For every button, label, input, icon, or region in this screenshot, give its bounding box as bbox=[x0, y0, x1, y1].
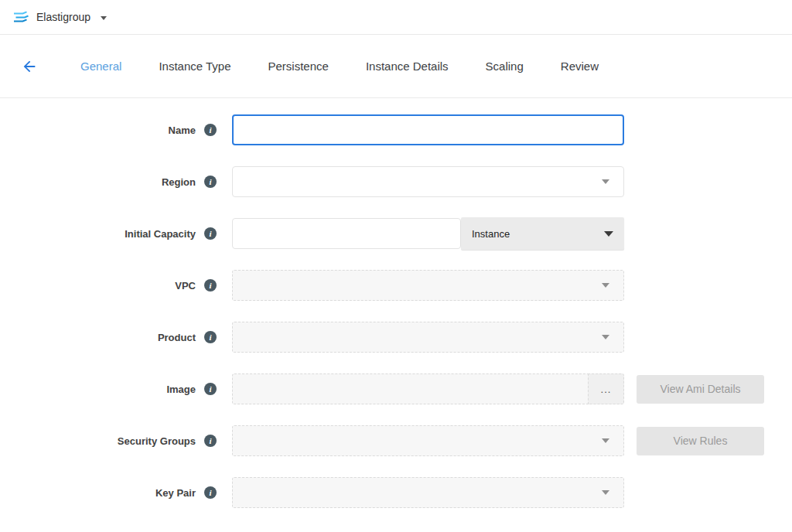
form-row-vpc: VPC i bbox=[0, 270, 792, 301]
brand-name[interactable]: Elastigroup bbox=[36, 11, 90, 23]
image-info-icon[interactable]: i bbox=[204, 383, 217, 395]
security-groups-info-icon[interactable]: i bbox=[204, 435, 217, 447]
image-label: Image bbox=[166, 384, 196, 395]
security-groups-select bbox=[232, 425, 624, 456]
form-row-key-pair: Key Pair i bbox=[0, 477, 792, 508]
image-input bbox=[232, 373, 588, 404]
vpc-label: VPC bbox=[175, 280, 196, 292]
tab-review[interactable]: Review bbox=[542, 52, 617, 80]
initial-capacity-info-icon[interactable]: i bbox=[204, 227, 217, 240]
product-info-icon[interactable]: i bbox=[204, 331, 217, 343]
wizard-nav: General Instance Type Persistence Instan… bbox=[0, 35, 792, 98]
view-ami-details-button[interactable]: View Ami Details bbox=[637, 375, 764, 404]
tab-general[interactable]: General bbox=[62, 52, 140, 80]
key-pair-info-icon[interactable]: i bbox=[204, 486, 217, 499]
top-bar: Elastigroup bbox=[0, 0, 792, 35]
image-browse-button[interactable]: ... bbox=[588, 373, 624, 404]
name-input[interactable] bbox=[232, 114, 624, 145]
form-row-product: Product i bbox=[0, 322, 792, 353]
region-select[interactable] bbox=[232, 166, 624, 197]
tab-instance-type[interactable]: Instance Type bbox=[140, 52, 249, 80]
elastigroup-logo-icon bbox=[12, 11, 29, 24]
capacity-unit-select[interactable]: Instance bbox=[461, 217, 624, 250]
region-label: Region bbox=[162, 176, 196, 188]
vpc-chevron-down-icon bbox=[602, 283, 609, 288]
security-groups-chevron-down-icon bbox=[602, 438, 609, 443]
form-row-name: Name i bbox=[0, 114, 792, 145]
tab-persistence[interactable]: Persistence bbox=[250, 52, 347, 80]
form-row-image: Image i ... View Ami Details bbox=[0, 373, 792, 404]
product-select bbox=[232, 322, 624, 353]
key-pair-select bbox=[232, 477, 624, 508]
security-groups-label: Security Groups bbox=[118, 435, 196, 447]
capacity-unit-chevron-down-icon bbox=[604, 231, 613, 237]
arrow-back-icon bbox=[21, 58, 38, 75]
form-row-security-groups: Security Groups i View Rules bbox=[0, 425, 792, 456]
name-label: Name bbox=[169, 124, 196, 136]
capacity-unit-value: Instance bbox=[472, 228, 510, 240]
tab-instance-details[interactable]: Instance Details bbox=[347, 52, 467, 80]
initial-capacity-input[interactable] bbox=[232, 218, 461, 249]
back-button[interactable] bbox=[15, 53, 43, 80]
wizard-tabs: General Instance Type Persistence Instan… bbox=[62, 52, 617, 80]
name-info-icon[interactable]: i bbox=[204, 124, 217, 136]
initial-capacity-label: Initial Capacity bbox=[125, 228, 196, 240]
tab-scaling[interactable]: Scaling bbox=[467, 52, 542, 80]
product-chevron-down-icon bbox=[602, 335, 609, 339]
vpc-info-icon[interactable]: i bbox=[204, 279, 217, 292]
general-form: Name i Region i Initial Capacity i Insta… bbox=[0, 98, 792, 508]
region-info-icon[interactable]: i bbox=[204, 176, 217, 188]
view-rules-button[interactable]: View Rules bbox=[637, 427, 764, 455]
key-pair-label: Key Pair bbox=[155, 487, 196, 499]
product-label: Product bbox=[158, 332, 196, 343]
form-row-region: Region i bbox=[0, 166, 792, 197]
region-chevron-down-icon bbox=[602, 179, 609, 184]
form-row-initial-capacity: Initial Capacity i Instance bbox=[0, 218, 792, 249]
key-pair-chevron-down-icon bbox=[602, 490, 609, 495]
vpc-select bbox=[232, 270, 624, 301]
brand-chevron-down-icon[interactable] bbox=[101, 16, 107, 20]
